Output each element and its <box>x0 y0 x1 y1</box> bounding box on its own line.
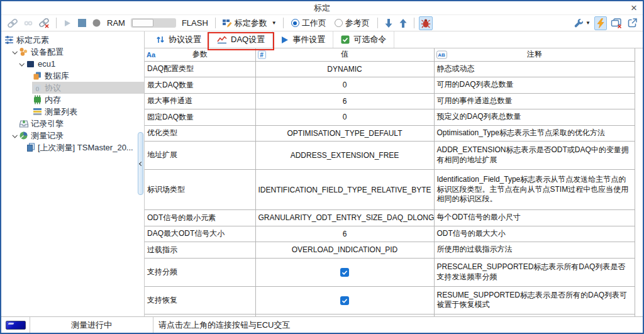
param-cell: ODT信号的最小元素 <box>145 210 255 226</box>
ram-flash-slider[interactable] <box>131 18 176 28</box>
toolbar: RAM FLASH 标定参数 ▼ 工作页 参考页 <box>1 15 643 31</box>
work-page-radio[interactable]: 工作页 <box>291 18 326 29</box>
value-cell[interactable]: IDENTIFICATION_FIELD_TYPE_RELATIVE_BYTE <box>255 169 434 209</box>
value-cell[interactable]: DYNAMIC <box>255 61 434 77</box>
sidebar-collapse-handle[interactable] <box>138 132 143 195</box>
checkbox-checked-icon[interactable] <box>340 268 349 277</box>
radio-unselected-icon <box>335 19 343 27</box>
window-title: 标定 <box>314 3 330 14</box>
comment-cell: 可用的DAQ列表总数量 <box>434 77 635 94</box>
record-engine-icon <box>18 119 29 128</box>
tab-optional-commands[interactable]: 可选命令 <box>333 31 394 48</box>
sidebar-item-device-config[interactable]: 设备配置 <box>1 46 144 58</box>
column-header-param[interactable]: Aa参数 <box>145 48 255 61</box>
value-cell[interactable] <box>255 286 434 315</box>
value-cell[interactable]: ADDRESS_EXTENSION_FREE <box>255 142 434 170</box>
updown-icon <box>156 35 165 44</box>
settings-tabbar: 协议设置DAQ设置事件设置可选命令 <box>145 31 643 48</box>
connection-indicator <box>6 321 26 330</box>
sidebar-item-measure-record[interactable]: 测量记录 <box>1 130 144 142</box>
sidebar-item-label: 协议 <box>45 82 61 94</box>
value-cell[interactable]: 0 <box>255 109 434 126</box>
lightning-icon[interactable] <box>594 16 607 30</box>
connect-icon[interactable] <box>5 16 20 30</box>
tab-daq-settings[interactable]: DAQ设置 <box>209 31 273 48</box>
tab-event-settings[interactable]: 事件设置 <box>273 31 333 48</box>
ram-label: RAM <box>107 18 125 28</box>
debug-bug-icon[interactable] <box>419 16 433 30</box>
value-cell[interactable]: GRANULARITY_ODT_ENTRY_SIZE_DAQ_DLONG <box>255 210 434 226</box>
database-icon <box>32 71 43 81</box>
record-icon[interactable] <box>90 16 103 30</box>
statusbar: 测量进行中 请点击左上角的连接按钮与ECU交互 <box>1 316 643 333</box>
close-icon[interactable]: × <box>631 1 637 14</box>
slider-handle[interactable] <box>132 19 153 27</box>
comment-cell: PRESCALER_SUPPORTED标志表示所有DAQ列表是否支持发送频率分频 <box>434 258 635 286</box>
value-cell[interactable]: 6 <box>255 93 434 109</box>
value-cell[interactable]: OPTIMISATION_TYPE_DEFAULT <box>255 125 434 142</box>
stop-icon[interactable] <box>75 16 88 30</box>
table-row: 最大DAQ数量0可用的DAQ列表总数量 <box>145 77 635 94</box>
comment-cell: Optimisation_Type标志表示主节点采取的优化方法 <box>434 125 635 142</box>
comment-cell: 可用的事件通道总数量 <box>434 93 635 109</box>
sidebar-item-measure-list[interactable]: 测量列表 <box>1 106 144 118</box>
calibration-params-label: 标定参数 <box>235 18 267 29</box>
value-cell[interactable]: OVERLOAD_INDICATION_PID <box>255 242 434 259</box>
value-cell[interactable]: 6 <box>255 226 434 242</box>
param-cell: 地址扩展 <box>145 142 255 170</box>
comment-cell: ADDR_EXTENSION标志表示是否ODT或DAQ中的变量拥有相同的地址扩展 <box>434 142 635 170</box>
link-idle-icon[interactable] <box>22 16 35 30</box>
sidebar-item-label: 数据库 <box>45 70 69 82</box>
tab-label: 协议设置 <box>169 34 201 45</box>
param-cell: 支持分频 <box>145 258 255 286</box>
device-config-icon <box>18 47 29 57</box>
external-link-icon[interactable] <box>626 16 639 30</box>
tab-protocol-settings[interactable]: 协议设置 <box>148 31 209 48</box>
param-cell: 优化类型 <box>145 125 255 142</box>
check-tab-icon <box>341 35 350 44</box>
sidebar-item-record-engine[interactable]: 记录引擎 <box>1 118 144 130</box>
column-header-comment[interactable]: AB注释 <box>434 48 635 61</box>
memory-icon <box>32 95 43 104</box>
toolbar-separator <box>56 18 57 28</box>
statusbar-message: 请点击左上角的连接按钮与ECU交互 <box>153 317 643 333</box>
value-cell[interactable] <box>255 258 434 286</box>
calibration-params-button[interactable]: 标定参数 ▼ <box>220 16 279 30</box>
sidebar-item-memory[interactable]: 内存 <box>1 94 144 106</box>
sidebar-item-calibration-elements[interactable]: 标定元素 <box>1 34 144 46</box>
param-cell: DAQ配置类型 <box>145 61 255 77</box>
dropdown-caret-icon: ▼ <box>272 20 277 26</box>
sidebar-item-ecu1[interactable]: ecu1 <box>1 58 144 70</box>
tab-label: 可选命令 <box>353 34 386 45</box>
value-cell[interactable]: 0 <box>255 77 434 94</box>
ref-page-radio[interactable]: 参考页 <box>335 18 370 29</box>
statusbar-led-section <box>1 317 30 333</box>
column-header-value[interactable]: #值 <box>255 48 434 61</box>
play-icon[interactable] <box>61 16 74 30</box>
param-cell: 过载指示 <box>145 242 255 259</box>
checkbox-checked-icon[interactable] <box>340 296 349 305</box>
sidebar-item-last-measurement[interactable]: [上次测量] TSMaster_20... <box>1 142 144 153</box>
wrench-icon[interactable]: ▼ <box>572 16 592 30</box>
main-area: 标定元素设备配置ecu1数据库()协议内存测量列表记录引擎测量记录[上次测量] … <box>1 31 643 316</box>
titlebar: 标定 × <box>1 1 643 15</box>
chevron-down-icon[interactable] <box>18 62 25 66</box>
chevron-down-icon[interactable] <box>11 134 18 138</box>
sidebar-item-label: [上次测量] TSMaster_20... <box>38 142 133 153</box>
disconnect-icon[interactable] <box>36 16 52 30</box>
comment-cell: 每个ODT信号的最小尺寸 <box>434 210 635 226</box>
sidebar-item-label: ecu1 <box>38 59 55 69</box>
close-windows-icon[interactable] <box>609 16 624 30</box>
table-row: DAQ配置类型DYNAMIC静态或动态 <box>145 61 635 77</box>
daq-settings-table-area: Aa参数#值AB注释 DAQ配置类型DYNAMIC静态或动态最大DAQ数量0可用… <box>145 48 635 316</box>
sidebar-item-protocol[interactable]: ()协议 <box>1 82 144 94</box>
move-down-icon[interactable] <box>382 16 395 30</box>
sidebar-item-database[interactable]: 数据库 <box>1 70 144 82</box>
tab-label: DAQ设置 <box>231 34 265 45</box>
sidebar-item-label: 记录引擎 <box>31 118 64 130</box>
sidebar-item-label: 测量列表 <box>45 106 77 118</box>
column-label: 值 <box>341 50 348 58</box>
param-cell: 固定DAQ数量 <box>145 109 255 126</box>
move-up-icon[interactable] <box>397 16 409 30</box>
chevron-down-icon[interactable] <box>11 50 18 54</box>
